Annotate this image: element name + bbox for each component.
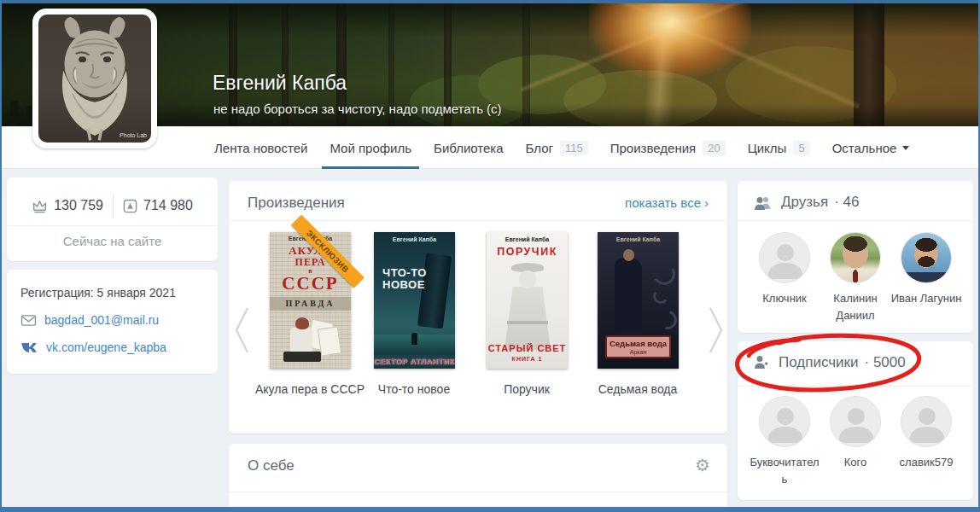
- profile-name: Евгений Капба: [213, 72, 347, 95]
- views-stat: 714 980: [123, 198, 193, 213]
- stats-card: 130 759 714 980 Сейчас на сайте: [7, 177, 218, 261]
- subscribers-title: Подписчики: [779, 354, 859, 371]
- subscribers-count: · 5000: [865, 354, 906, 371]
- online-status-label: Сейчас на сайте: [7, 234, 218, 248]
- friends-title: Друзья: [781, 194, 828, 211]
- friend-item[interactable]: Иван Лагунин: [890, 232, 963, 307]
- avatar-placeholder: [759, 232, 810, 283]
- tab-my-profile[interactable]: Мой профиль: [322, 126, 419, 169]
- subscriber-item[interactable]: славик579: [890, 396, 963, 471]
- email-link[interactable]: bagdad_001@mail.ru: [44, 313, 159, 327]
- crown-icon: [32, 199, 48, 213]
- profile-tagline: не надо бороться за чистоту, надо подмет…: [213, 102, 502, 116]
- friends-count: · 46: [834, 194, 859, 211]
- avatar[interactable]: Photo Lab: [38, 15, 151, 143]
- mail-icon: [20, 314, 37, 327]
- avatar-placeholder: [901, 396, 952, 447]
- registration-date: Регистрация: 5 января 2021: [20, 286, 176, 300]
- tab-cycles[interactable]: Циклы5: [740, 126, 818, 169]
- rating-value: 130 759: [54, 198, 103, 213]
- friends-icon: [753, 195, 773, 210]
- works-title: Произведения: [248, 195, 345, 212]
- subscribers-icon: [753, 355, 770, 370]
- book-cover-chto-to-novoe[interactable]: Евгений Капба ЧТО-ТО НОВОЕ СЕКТОР АТЛАНТ…: [374, 232, 455, 369]
- tab-more-dropdown[interactable]: Остальное: [825, 126, 918, 169]
- tab-library[interactable]: Библиотека: [426, 126, 511, 169]
- avatar-placeholder: [830, 396, 881, 447]
- avatar-photo: [901, 232, 952, 283]
- subscriber-item[interactable]: Кого: [819, 396, 892, 471]
- tab-news-feed[interactable]: Лента новостей: [207, 126, 315, 169]
- carousel-prev-button[interactable]: [232, 305, 251, 358]
- avatar-photo: [830, 232, 881, 283]
- chevron-down-icon: [902, 146, 909, 150]
- about-card: О себе ⚙: [229, 444, 727, 512]
- avatar-frame: Photo Lab: [32, 9, 157, 148]
- profile-page: Лента новостей Мой профиль Библиотека Бл…: [0, 0, 980, 512]
- vk-link[interactable]: vk.com/eugene_kapba: [46, 340, 166, 354]
- chevron-right-icon: [710, 308, 721, 352]
- carousel-next-button[interactable]: [707, 305, 726, 358]
- gear-icon[interactable]: ⚙: [695, 455, 710, 475]
- rating-stat: 130 759: [32, 198, 103, 213]
- works-card: Произведения показать все› Евгений Капба…: [229, 181, 727, 433]
- info-card: Регистрация: 5 января 2021 bagdad_001@ma…: [7, 270, 218, 374]
- tab-bar: Лента новостей Мой профиль Библиотека Бл…: [207, 126, 917, 169]
- chevron-right-small-icon: ›: [704, 195, 709, 210]
- subscribers-card: Подписчики · 5000 Буквочитатель Кого сла…: [738, 341, 973, 500]
- vk-icon: [20, 342, 38, 353]
- book-caption[interactable]: Поручик: [463, 382, 591, 396]
- about-title: О себе: [248, 457, 295, 474]
- chevron-left-icon: [236, 308, 248, 352]
- book-views-icon: [123, 199, 137, 213]
- book-cover-poruchik[interactable]: Евгений Капба ПОРУЧИК СТАРЫЙ СВЕТ КНИГА …: [487, 232, 568, 369]
- views-value: 714 980: [143, 198, 193, 213]
- blog-count-badge: 115: [560, 141, 588, 155]
- book-caption[interactable]: Седьмая вода: [574, 382, 702, 396]
- subscriber-item[interactable]: Буквочитатель: [748, 396, 821, 488]
- tab-works[interactable]: Произведения20: [603, 126, 733, 169]
- friends-card: Друзья · 46 Ключник Калинин Даниил Иван …: [738, 181, 973, 333]
- avatar-face-drawing: [38, 15, 151, 143]
- photolab-watermark: Photo Lab: [120, 132, 147, 139]
- friend-item[interactable]: Калинин Даниил: [819, 232, 892, 324]
- book-cover-sedmaya-voda[interactable]: Евгений Капба Седьмая вода Аркан: [598, 232, 679, 369]
- book-cover-akula-pera[interactable]: Евгений Капба АКУЛА ПЕРА в СССР ПРАВДА Э…: [270, 232, 351, 369]
- avatar-placeholder: [759, 396, 810, 447]
- tab-blog[interactable]: Блог115: [518, 126, 596, 169]
- friend-item[interactable]: Ключник: [748, 232, 821, 307]
- show-all-link[interactable]: показать все›: [625, 195, 709, 210]
- works-count-badge: 20: [703, 141, 725, 155]
- cycles-count-badge: 5: [793, 141, 809, 155]
- book-caption[interactable]: Что-то новое: [350, 382, 478, 396]
